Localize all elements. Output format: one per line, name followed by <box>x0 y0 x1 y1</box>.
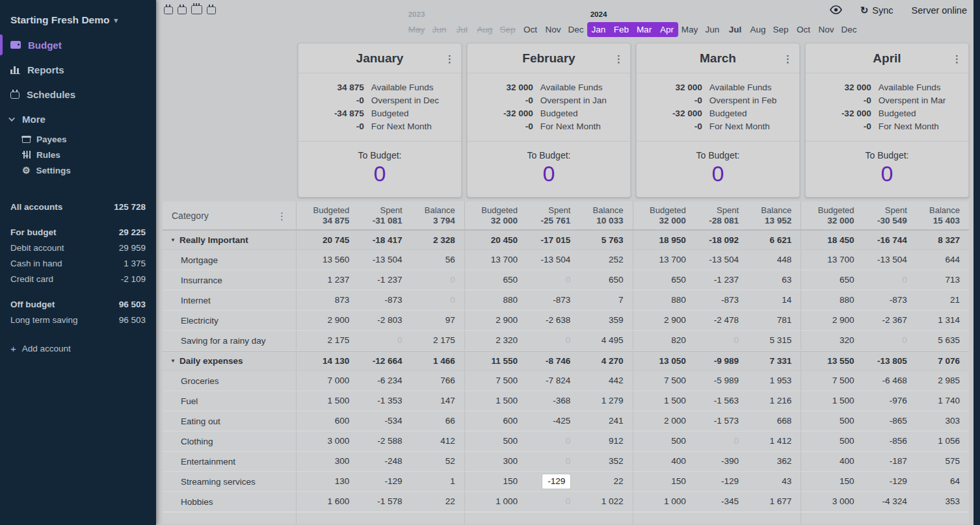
budgeted-cell[interactable]: 500 <box>633 431 686 451</box>
budgeted-cell[interactable]: 400 <box>633 452 686 471</box>
balance-cell[interactable]: 4 270 <box>570 352 623 370</box>
balance-cell[interactable]: 252 <box>570 250 623 270</box>
balance-cell[interactable]: 7 076 <box>907 352 960 370</box>
balance-cell[interactable]: 147 <box>403 391 455 411</box>
budgeted-cell[interactable]: 2 900 <box>633 311 686 330</box>
balance-cell[interactable]: 1 <box>403 472 455 491</box>
spent-cell[interactable]: -856 <box>854 431 907 451</box>
balance-cell[interactable]: 22 <box>403 492 455 511</box>
collapse-arrow-icon[interactable]: ▼ <box>170 358 176 364</box>
balance-cell[interactable]: 448 <box>739 250 791 270</box>
spent-column-header[interactable]: Spent -28 081 <box>686 205 739 226</box>
spent-cell[interactable]: -865 <box>854 411 907 431</box>
budgeted-cell[interactable]: 7 000 <box>297 371 349 391</box>
balance-cell[interactable]: 6 621 <box>739 231 791 250</box>
balance-cell[interactable]: 766 <box>403 371 455 391</box>
spent-cell[interactable]: 0 <box>854 270 907 290</box>
spent-cell[interactable]: 0 <box>518 331 570 350</box>
spent-cell[interactable]: -2 803 <box>349 311 402 330</box>
timeline-month-jan[interactable]: Jan <box>587 22 610 37</box>
spent-cell[interactable]: 0 <box>518 492 570 511</box>
budgeted-cell[interactable]: 7 500 <box>465 371 518 391</box>
budgeted-cell[interactable]: 650 <box>633 270 686 290</box>
spent-cell[interactable]: 0 <box>518 452 570 471</box>
budgeted-cell[interactable]: 300 <box>297 452 349 471</box>
budgeted-cell[interactable]: 13 560 <box>297 250 349 270</box>
spent-cell[interactable]: -1 237 <box>686 270 739 290</box>
collapse-arrow-icon[interactable]: ▼ <box>170 237 176 243</box>
budgeted-column-header[interactable]: Budgeted 32 000 <box>465 205 518 226</box>
spent-cell[interactable]: 0 <box>518 270 570 290</box>
budgeted-cell[interactable]: 300 <box>465 452 518 471</box>
budgeted-cell[interactable]: 1 500 <box>465 391 518 411</box>
balance-cell[interactable]: 14 <box>739 290 791 310</box>
spent-column-header[interactable]: Spent -25 761 <box>518 205 570 226</box>
budgeted-column-header[interactable]: Budgeted 32 000 <box>801 205 854 226</box>
spent-cell[interactable]: -534 <box>349 411 402 431</box>
balance-cell[interactable]: 713 <box>907 270 960 290</box>
timeline-month-sep[interactable]: Sep <box>769 22 792 37</box>
balance-cell[interactable]: 52 <box>403 452 455 471</box>
budgeted-cell[interactable]: 1 600 <box>297 492 349 511</box>
spent-cell[interactable]: 0 <box>518 431 570 451</box>
budgeted-cell[interactable]: 500 <box>465 431 518 451</box>
timeline-month-oct[interactable]: Oct <box>792 22 815 37</box>
budgeted-cell[interactable]: 11 550 <box>465 352 518 370</box>
spent-cell[interactable]: -2 588 <box>349 431 402 451</box>
month-menu-button[interactable]: ⋮ <box>614 53 624 63</box>
to-budget-button[interactable]: To Budget: 0 <box>637 142 799 197</box>
timeline-month-oct[interactable]: Oct <box>519 22 542 37</box>
category-cell[interactable]: ▼Really Important <box>163 231 296 250</box>
off-budget-row[interactable]: Off budget 96 503 <box>0 296 156 312</box>
privacy-eye-button[interactable] <box>830 5 842 16</box>
spent-cell[interactable]: -6 468 <box>854 371 907 391</box>
budgeted-cell[interactable]: 1 500 <box>297 391 349 411</box>
balance-cell[interactable]: 2 175 <box>403 331 455 350</box>
spent-cell[interactable]: -1 237 <box>349 270 402 290</box>
spent-cell[interactable]: -1 573 <box>686 411 739 431</box>
category-cell[interactable]: Mortgage <box>163 250 296 270</box>
balance-column-header[interactable]: Balance 10 033 <box>570 205 623 226</box>
spent-column-header[interactable]: Spent -31 081 <box>349 205 402 226</box>
spent-cell[interactable]: -13 504 <box>518 250 570 270</box>
timeline-month-nov[interactable]: Nov <box>815 22 838 37</box>
timeline-month-nov[interactable]: Nov <box>542 22 564 37</box>
editing-cell[interactable]: -129 <box>542 474 570 489</box>
balance-cell[interactable]: 1 412 <box>739 431 791 451</box>
budgeted-cell[interactable]: 2 900 <box>297 311 349 330</box>
balance-cell[interactable]: 5 635 <box>907 331 960 350</box>
budgeted-cell[interactable]: 320 <box>801 331 854 350</box>
spent-cell[interactable]: -13 504 <box>349 250 402 270</box>
budgeted-cell[interactable]: 13 550 <box>801 352 854 370</box>
budgeted-cell[interactable]: 150 <box>801 472 854 491</box>
balance-cell[interactable]: 575 <box>907 452 960 471</box>
category-cell[interactable]: Fuel <box>163 391 296 411</box>
timeline-month-aug[interactable]: Aug <box>473 22 496 37</box>
category-cell[interactable]: Clothing <box>163 431 296 451</box>
category-cell[interactable]: Groceries <box>163 371 296 391</box>
budgeted-cell[interactable]: 130 <box>297 472 349 491</box>
category-cell[interactable]: Hobbies <box>163 492 296 511</box>
category-cell[interactable]: Saving for a rainy day <box>163 331 296 350</box>
balance-cell[interactable]: 66 <box>403 411 455 431</box>
spent-cell[interactable]: -17 015 <box>518 231 570 250</box>
budgeted-cell[interactable]: 600 <box>297 411 349 431</box>
budgeted-cell[interactable]: 820 <box>633 331 686 350</box>
spent-cell[interactable]: -873 <box>686 290 739 310</box>
balance-cell[interactable]: 912 <box>570 431 623 451</box>
budgeted-cell[interactable]: 500 <box>801 431 854 451</box>
spent-cell[interactable]: -9 989 <box>686 352 739 370</box>
spent-cell[interactable]: -187 <box>854 452 907 471</box>
budgeted-cell[interactable]: 13 700 <box>801 250 854 270</box>
balance-cell[interactable]: 1 216 <box>739 391 791 411</box>
budgeted-cell[interactable]: 18 950 <box>633 231 686 250</box>
spent-cell[interactable]: -13 805 <box>854 352 907 370</box>
balance-cell[interactable]: 781 <box>739 311 791 330</box>
budgeted-cell[interactable]: 13 050 <box>633 352 686 370</box>
budgeted-cell[interactable]: 1 500 <box>633 391 686 411</box>
spent-cell[interactable]: -345 <box>686 492 739 511</box>
budgeted-cell[interactable]: 2 175 <box>297 331 349 350</box>
budgeted-cell[interactable]: 13 700 <box>633 250 686 270</box>
balance-cell[interactable]: 64 <box>907 472 960 491</box>
sidebar-item-rules[interactable]: Rules <box>0 147 156 162</box>
